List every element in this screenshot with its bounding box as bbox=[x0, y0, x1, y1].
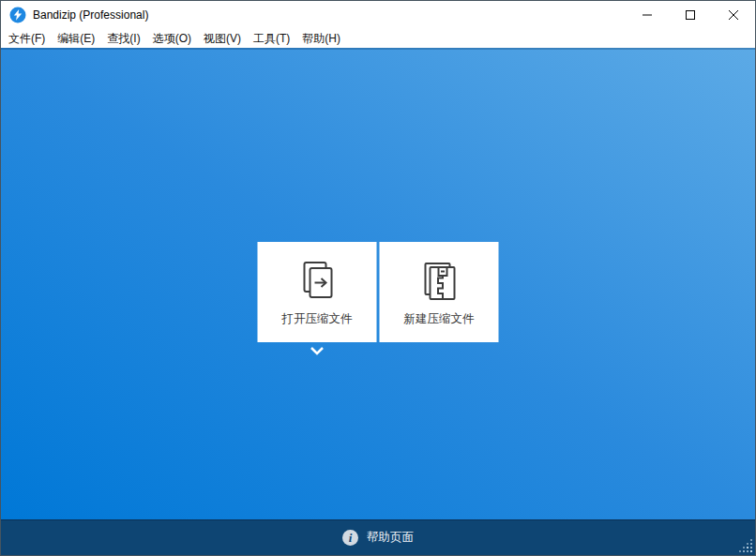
menu-item-file[interactable]: 文件(F) bbox=[8, 31, 45, 47]
new-archive-icon bbox=[416, 255, 461, 306]
window-controls bbox=[626, 1, 755, 29]
close-button[interactable] bbox=[712, 1, 755, 29]
maximize-button[interactable] bbox=[669, 1, 712, 29]
menu-bar: 文件(F) 编辑(E) 查找(I) 选项(O) 视图(V) 工具(T) 帮助(H… bbox=[1, 29, 755, 48]
help-bar[interactable]: i 帮助页面 bbox=[1, 519, 755, 556]
open-archive-icon bbox=[295, 255, 340, 306]
window-title: Bandizip (Professional) bbox=[33, 8, 148, 22]
menu-item-tools[interactable]: 工具(T) bbox=[253, 31, 290, 47]
menu-item-options[interactable]: 选项(O) bbox=[153, 31, 191, 47]
chevron-down-icon[interactable] bbox=[309, 345, 325, 356]
main-area: 打开压缩文件 新建压缩文件 bbox=[1, 48, 755, 519]
bandizip-window: Bandizip (Professional) 文件(F) 编辑(E) 查找(I… bbox=[0, 0, 756, 556]
open-archive-label: 打开压缩文件 bbox=[282, 311, 353, 327]
bandizip-logo-icon bbox=[9, 7, 26, 23]
help-label: 帮助页面 bbox=[367, 530, 414, 546]
start-buttons: 打开压缩文件 新建压缩文件 bbox=[258, 242, 499, 342]
open-archive-button[interactable]: 打开压缩文件 bbox=[258, 242, 377, 342]
info-icon: i bbox=[342, 530, 358, 546]
title-bar: Bandizip (Professional) bbox=[1, 1, 755, 29]
menu-item-edit[interactable]: 编辑(E) bbox=[57, 31, 95, 47]
new-archive-button[interactable]: 新建压缩文件 bbox=[380, 242, 499, 342]
new-archive-label: 新建压缩文件 bbox=[404, 311, 475, 327]
menu-item-view[interactable]: 视图(V) bbox=[204, 31, 241, 47]
minimize-button[interactable] bbox=[626, 1, 669, 29]
menu-item-help[interactable]: 帮助(H) bbox=[302, 31, 340, 47]
resize-grip[interactable] bbox=[735, 535, 752, 552]
menu-item-find[interactable]: 查找(I) bbox=[107, 31, 140, 47]
